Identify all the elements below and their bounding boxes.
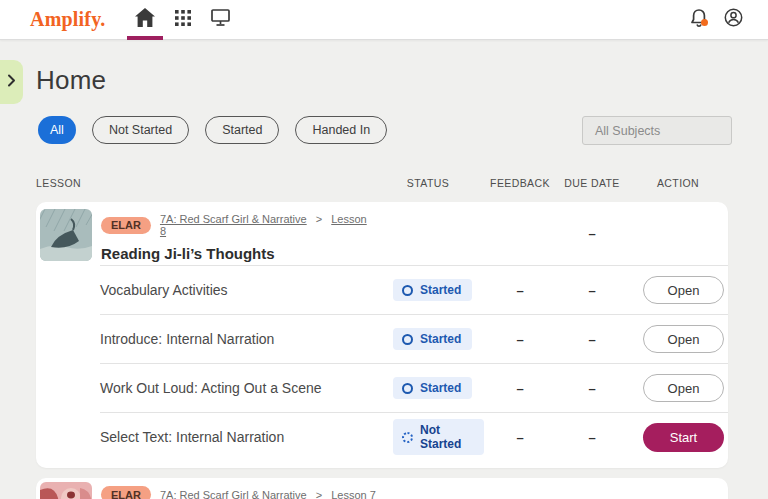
status-badge: Started xyxy=(393,377,472,399)
filter-handed-in[interactable]: Handed In xyxy=(295,116,387,144)
due-date-value: – xyxy=(556,332,628,347)
column-header-action: ACTION xyxy=(628,177,728,189)
column-header-lesson: LESSON xyxy=(36,177,372,189)
due-date-value: – xyxy=(556,430,628,445)
started-circle-icon xyxy=(402,334,413,345)
table-header-row: LESSON STATUS FEEDBACK DUE DATE ACTION xyxy=(36,177,728,189)
lesson-thumbnail xyxy=(40,209,92,261)
amplify-logo: Amplify. xyxy=(30,8,106,31)
app-header: Amplify. xyxy=(0,0,768,40)
header-right xyxy=(682,0,750,40)
lesson-thumbnail xyxy=(40,482,92,499)
not-started-dashed-circle-icon xyxy=(402,432,413,443)
filter-all[interactable]: All xyxy=(38,116,76,144)
filter-started[interactable]: Started xyxy=(205,116,279,144)
started-circle-icon xyxy=(402,285,413,296)
column-header-status: STATUS xyxy=(372,177,484,189)
chevron-right-icon xyxy=(7,73,16,91)
screen-share-icon xyxy=(211,9,230,30)
status-label: Started xyxy=(420,283,461,297)
page-title: Home xyxy=(36,65,106,96)
feedback-value: – xyxy=(484,430,556,445)
status-label: Started xyxy=(420,332,461,346)
account-icon xyxy=(724,8,743,31)
status-filter-bar: All Not Started Started Handed In xyxy=(38,116,387,144)
activity-title: Select Text: Internal Narration xyxy=(100,429,372,445)
notifications-bell-icon xyxy=(690,8,709,32)
status-badge: Not Started xyxy=(393,419,484,455)
notification-badge-dot xyxy=(701,19,708,26)
subject-badge: ELAR xyxy=(101,486,151,499)
due-date-value: – xyxy=(556,381,628,396)
subject-badge: ELAR xyxy=(101,217,151,234)
lesson-due-date: – xyxy=(556,226,628,241)
activity-row: Introduce: Internal Narration Started – … xyxy=(100,314,728,363)
status-badge: Started xyxy=(393,328,472,350)
sidebar-expand-tab[interactable] xyxy=(0,60,23,104)
breadcrumb: 7A: Red Scarf Girl & Narrative > Lesson … xyxy=(160,489,376,499)
breadcrumb-lesson-link[interactable]: Lesson 7 xyxy=(331,489,376,499)
breadcrumb-separator: > xyxy=(316,213,322,225)
notifications-button[interactable] xyxy=(682,0,716,40)
subject-filter-dropdown[interactable]: All Subjects xyxy=(582,116,732,145)
activity-row: Work Out Loud: Acting Out a Scene Starte… xyxy=(100,363,728,412)
lesson-title: Reading Ji-li’s Thoughts xyxy=(101,245,372,262)
activity-row: Vocabulary Activities Started – – Open xyxy=(100,265,728,314)
breadcrumb-separator: > xyxy=(316,489,322,499)
activity-row: Select Text: Internal Narration Not Star… xyxy=(100,412,728,461)
filter-not-started[interactable]: Not Started xyxy=(92,116,189,144)
activity-title: Introduce: Internal Narration xyxy=(100,331,372,347)
status-label: Started xyxy=(420,381,461,395)
lesson-card: ELAR 7A: Red Scarf Girl & Narrative > Le… xyxy=(36,202,728,468)
feedback-value: – xyxy=(484,332,556,347)
column-header-feedback: FEEDBACK xyxy=(484,177,556,189)
breadcrumb-unit-link[interactable]: 7A: Red Scarf Girl & Narrative xyxy=(160,213,307,225)
lesson-header-row: ELAR 7A: Red Scarf Girl & Narrative > Le… xyxy=(36,202,728,265)
due-date-value: – xyxy=(556,283,628,298)
nav-apps-tab[interactable] xyxy=(164,0,202,40)
account-button[interactable] xyxy=(716,0,750,40)
breadcrumb: 7A: Red Scarf Girl & Narrative > Lesson … xyxy=(160,213,372,237)
feedback-value: – xyxy=(484,283,556,298)
breadcrumb-unit-link[interactable]: 7A: Red Scarf Girl & Narrative xyxy=(160,489,307,499)
nav-screen-tab[interactable] xyxy=(202,0,240,40)
open-button[interactable]: Open xyxy=(643,276,724,304)
home-icon xyxy=(135,8,155,31)
nav-home-tab[interactable] xyxy=(126,0,164,40)
activity-title: Vocabulary Activities xyxy=(100,282,372,298)
open-button[interactable]: Open xyxy=(643,374,724,402)
open-button[interactable]: Open xyxy=(643,325,724,353)
status-label: Not Started xyxy=(420,423,473,451)
activity-title: Work Out Loud: Acting Out a Scene xyxy=(100,380,372,396)
started-circle-icon xyxy=(402,383,413,394)
status-badge: Started xyxy=(393,279,472,301)
subject-filter-value: All Subjects xyxy=(595,124,660,138)
start-button[interactable]: Start xyxy=(643,423,724,452)
primary-nav xyxy=(126,0,240,40)
feedback-value: – xyxy=(484,381,556,396)
lesson-card: ELAR 7A: Red Scarf Girl & Narrative > Le… xyxy=(36,478,728,499)
apps-grid-icon xyxy=(175,10,191,30)
column-header-due-date: DUE DATE xyxy=(556,177,628,189)
